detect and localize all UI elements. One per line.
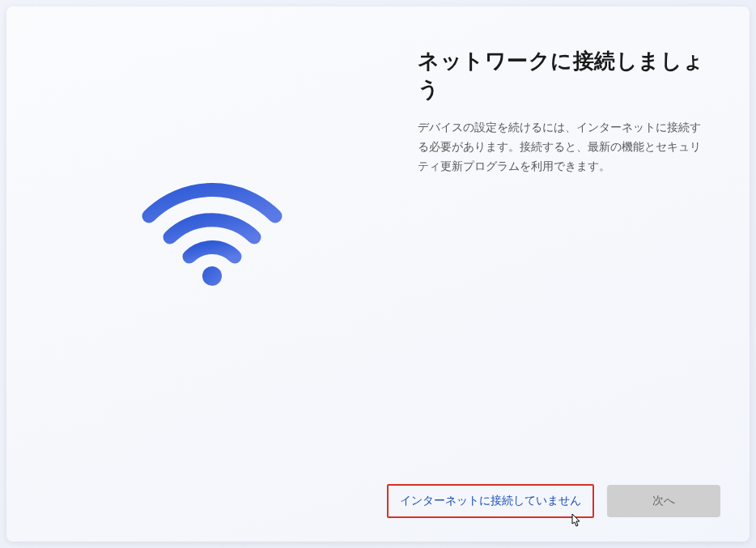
page-description: デバイスの設定を続けるには、インターネットに接続する必要があります。接続すると、… xyxy=(418,118,709,176)
no-internet-button[interactable]: インターネットに接続していません xyxy=(387,484,594,518)
setup-window: ネットワークに接続しましょう デバイスの設定を続けるには、インターネットに接続す… xyxy=(6,6,750,542)
content-area: ネットワークに接続しましょう デバイスの設定を続けるには、インターネットに接続す… xyxy=(6,6,750,477)
wifi-icon xyxy=(139,177,285,291)
illustration-pane xyxy=(6,6,418,477)
svg-point-0 xyxy=(202,266,222,286)
next-button[interactable]: 次へ xyxy=(607,485,720,517)
text-pane: ネットワークに接続しましょう デバイスの設定を続けるには、インターネットに接続す… xyxy=(418,6,750,477)
footer-bar: インターネットに接続していません 次へ xyxy=(6,477,750,542)
page-title: ネットワークに接続しましょう xyxy=(418,47,709,104)
